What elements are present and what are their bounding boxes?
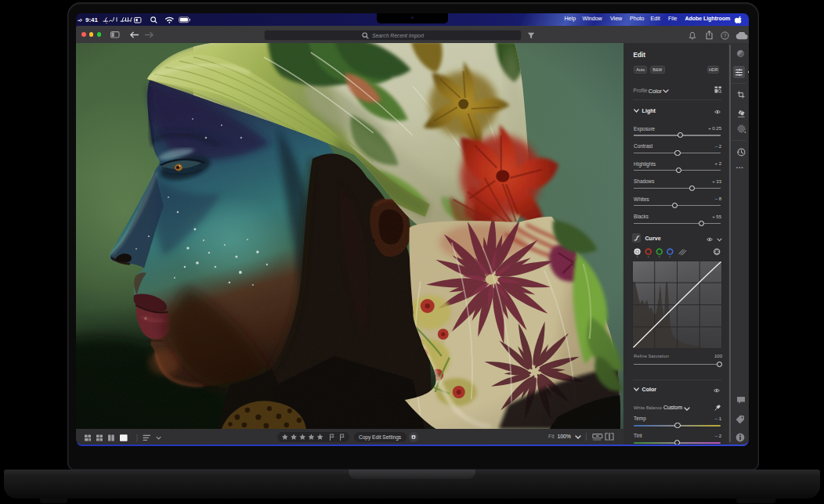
svg-text:?: ? bbox=[724, 33, 727, 38]
